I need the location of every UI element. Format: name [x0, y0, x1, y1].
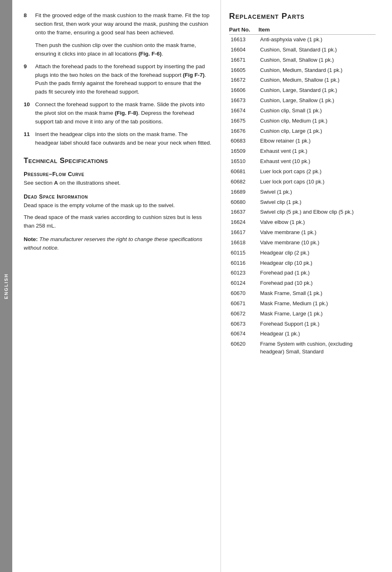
part-number: 60123 — [229, 268, 258, 278]
table-row: 60671Mask Frame, Medium (1 pk.) — [229, 299, 376, 309]
table-row: 16510Exhaust vent (10 pk.) — [229, 156, 376, 167]
table-row: 16605Cushion, Medium, Standard (1 pk.) — [229, 65, 376, 76]
part-item: Cushion clip, Small (1 pk.) — [258, 106, 376, 116]
part-item: Anti-asphyxia valve (1 pk.) — [258, 35, 376, 45]
table-row: 16613Anti-asphyxia valve (1 pk.) — [229, 35, 376, 45]
table-row: 16637Swivel clip (5 pk.) and Elbow clip … — [229, 207, 376, 217]
part-item: Mask Frame, Small (1 pk.) — [258, 288, 376, 299]
part-item: Exhaust vent (1 pk.) — [258, 146, 376, 156]
table-row: 16671Cushion, Small, Shallow (1 pk.) — [229, 55, 376, 65]
table-row: 16672Cushion, Medium, Shallow (1 pk.) — [229, 75, 376, 85]
step-10-text: Connect the forehead support to the mask… — [35, 101, 212, 126]
part-item: Cushion, Small, Standard (1 pk.) — [258, 45, 376, 55]
part-number: 16618 — [229, 238, 258, 248]
part-number: 60672 — [229, 309, 258, 319]
dead-space-text1: Dead space is the empty volume of the ma… — [24, 201, 212, 210]
table-row: 16675Cushion clip, Medium (1 pk.) — [229, 116, 376, 126]
pressure-flow-text: See section A on the illustrations sheet… — [24, 179, 212, 188]
table-row: 60123Forehead pad (1 pk.) — [229, 268, 376, 278]
step-11-num: 11 — [24, 130, 35, 147]
dead-space-text2: The dead space of the mask varies accord… — [24, 213, 212, 230]
part-number: 16637 — [229, 207, 258, 217]
pressure-flow-title: Pressure–Flow Curve — [24, 171, 212, 177]
part-number: 16673 — [229, 96, 258, 106]
part-number: 16671 — [229, 55, 258, 65]
part-number: 16510 — [229, 156, 258, 167]
step-10: 10 Connect the forehead support to the m… — [24, 101, 212, 126]
part-number: 60116 — [229, 258, 258, 268]
part-item: Valve membrane (10 pk.) — [258, 238, 376, 248]
part-number: 60620 — [229, 339, 258, 357]
part-item: Frame System with cushion, (excluding he… — [258, 339, 376, 357]
table-row: 16674Cushion clip, Small (1 pk.) — [229, 106, 376, 116]
step-11-text: Insert the headgear clips into the slots… — [35, 130, 212, 147]
part-item: Forehead Support (1 pk.) — [258, 319, 376, 329]
part-number: 16676 — [229, 126, 258, 136]
part-number: 16672 — [229, 75, 258, 85]
table-row: 60672Mask Frame, Large (1 pk.) — [229, 309, 376, 319]
step-8-cont: Then push the cushion clip over the cush… — [24, 41, 212, 58]
part-item: Elbow retainer (1 pk.) — [258, 136, 376, 146]
part-number: 16624 — [229, 217, 258, 228]
table-row: 60116Headgear clip (10 pk.) — [229, 258, 376, 268]
main-content: 8 Fit the grooved edge of the mask cushi… — [12, 0, 392, 572]
part-item: Cushion, Small, Shallow (1 pk.) — [258, 55, 376, 65]
table-row: 60673Forehead Support (1 pk.) — [229, 319, 376, 329]
part-item: Headgear clip (10 pk.) — [258, 258, 376, 268]
sidebar-label: English — [4, 273, 9, 299]
note-italic: The manufacturer reserves the right to c… — [24, 236, 202, 251]
step-8-num: 8 — [24, 11, 35, 37]
part-number: 60680 — [229, 197, 258, 208]
part-item: Valve elbow (1 pk.) — [258, 217, 376, 228]
col-item: Item — [258, 27, 376, 35]
table-row: 60670Mask Frame, Small (1 pk.) — [229, 288, 376, 299]
table-row: 16509Exhaust vent (1 pk.) — [229, 146, 376, 156]
step-11: 11 Insert the headgear clips into the sl… — [24, 130, 212, 147]
part-number: 60682 — [229, 177, 258, 187]
table-row: 16617Valve membrane (1 pk.) — [229, 228, 376, 238]
step-8-cont-text: Then push the cushion clip over the cush… — [35, 41, 212, 58]
part-item: Luer lock port caps (2 pk.) — [258, 167, 376, 177]
part-number: 60671 — [229, 299, 258, 309]
part-number: 16674 — [229, 106, 258, 116]
part-number: 16613 — [229, 35, 258, 45]
part-item: Exhaust vent (10 pk.) — [258, 156, 376, 167]
part-item: Forehead pad (1 pk.) — [258, 268, 376, 278]
part-item: Cushion clip, Medium (1 pk.) — [258, 116, 376, 126]
replacement-title: Replacement Parts — [229, 11, 376, 21]
technical-spec-title: Technical Specifications — [24, 156, 212, 165]
step-8-text: Fit the grooved edge of the mask cushion… — [35, 11, 212, 37]
table-row: 60674Headgear (1 pk.) — [229, 329, 376, 339]
part-number: 60115 — [229, 248, 258, 258]
table-row: 16673Cushion, Large, Shallow (1 pk.) — [229, 96, 376, 106]
part-number: 60674 — [229, 329, 258, 339]
part-number: 16605 — [229, 65, 258, 76]
part-item: Swivel (1 pk.) — [258, 187, 376, 197]
part-item: Headgear (1 pk.) — [258, 329, 376, 339]
part-item: Cushion, Large, Shallow (1 pk.) — [258, 96, 376, 106]
note-text: Note: The manufacturer reserves the righ… — [24, 235, 212, 252]
table-row: 16604Cushion, Small, Standard (1 pk.) — [229, 45, 376, 55]
step-8: 8 Fit the grooved edge of the mask cushi… — [24, 11, 212, 37]
part-item: Swivel clip (1 pk.) — [258, 197, 376, 208]
step-9-num: 9 — [24, 63, 35, 97]
part-number: 16617 — [229, 228, 258, 238]
table-row: 60682Luer lock port caps (10 pk.) — [229, 177, 376, 187]
table-row: 60124Forehead pad (10 pk.) — [229, 278, 376, 288]
part-item: Valve membrane (1 pk.) — [258, 228, 376, 238]
table-row: 60681Luer lock port caps (2 pk.) — [229, 167, 376, 177]
col-part-no: Part No. — [229, 27, 258, 35]
table-row: 16606Cushion, Large, Standard (1 pk.) — [229, 85, 376, 96]
table-row: 60680Swivel clip (1 pk.) — [229, 197, 376, 208]
part-item: Mask Frame, Large (1 pk.) — [258, 309, 376, 319]
left-column: 8 Fit the grooved edge of the mask cushi… — [12, 0, 220, 572]
table-row: 16676Cushion clip, Large (1 pk.) — [229, 126, 376, 136]
part-item: Cushion clip, Large (1 pk.) — [258, 126, 376, 136]
part-item: Swivel clip (5 pk.) and Elbow clip (5 pk… — [258, 207, 376, 217]
sidebar: English — [0, 0, 12, 572]
table-row: 60620Frame System with cushion, (excludi… — [229, 339, 376, 357]
part-item: Cushion, Medium, Standard (1 pk.) — [258, 65, 376, 76]
table-row: 16624Valve elbow (1 pk.) — [229, 217, 376, 228]
part-number: 16606 — [229, 85, 258, 96]
parts-table: Part No. Item 16613Anti-asphyxia valve (… — [229, 27, 376, 357]
